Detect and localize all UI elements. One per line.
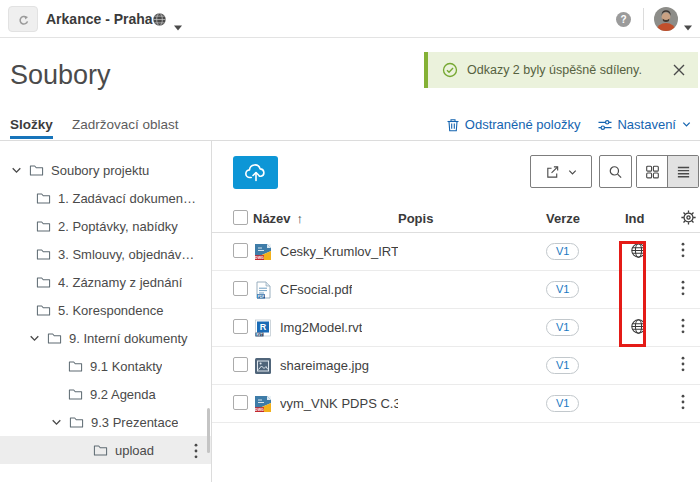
tree-item[interactable]: 1. Zadávací dokumen… [0,184,211,212]
upload-button[interactable] [233,156,278,189]
topbar-divider [643,8,644,30]
column-header-version[interactable]: Verze [546,211,625,226]
shared-globe-icon[interactable] [630,318,647,335]
folder-icon [36,275,51,290]
version-badge[interactable]: V1 [546,281,579,298]
version-badge[interactable]: V1 [546,357,579,374]
tree-expand-chevron-icon[interactable] [10,164,23,177]
tree-item-label: upload [115,443,154,458]
settings-dropdown[interactable]: Nastavení [598,117,692,132]
table-row[interactable]: RRVT Img2Model.rvt V1 [212,309,700,347]
column-settings-gear-icon[interactable] [680,209,697,226]
file-name[interactable]: shareimage.jpg [280,358,369,373]
tree-expand-chevron-icon[interactable] [28,332,41,345]
row-checkbox[interactable] [233,395,248,410]
project-caret-icon[interactable] [174,17,182,35]
file-name[interactable]: Cesky_Krumlov_IRT.... [280,244,398,259]
sort-asc-icon[interactable]: ↑ [297,211,304,226]
tree-item[interactable]: 4. Záznamy z jednání [0,268,211,296]
tree-item-label: 2. Poptávky, nabídky [58,219,178,234]
file-name[interactable]: CFsocial.pdf [280,282,352,297]
tree-item[interactable]: 9.1 Kontakty [0,352,211,380]
row-checkbox[interactable] [233,243,248,258]
tab-holding-area[interactable]: Zadržovací oblast [72,117,179,132]
user-avatar[interactable] [654,7,678,31]
toast-close-icon[interactable] [672,63,686,77]
column-header-description[interactable]: Popis [398,211,546,226]
tree-item[interactable]: 5. Korespondence [0,296,211,324]
row-menu-icon[interactable] [680,280,686,296]
table-row[interactable]: PDF CFsocial.pdf V1 [212,271,700,309]
tree-item[interactable]: Soubory projektu [0,156,211,184]
list-view-button[interactable] [668,156,698,187]
tree-item[interactable]: 9.2 Agenda [0,380,211,408]
row-checkbox[interactable] [233,281,248,296]
table-row[interactable]: DWG vym_VNK PDPS C.3 K... V1 [212,385,700,423]
success-toast: Odkazy 2 byly úspěšně sdíleny. [424,52,698,88]
deleted-items-label: Odstraněné položky [465,117,581,132]
share-button[interactable] [530,155,592,188]
row-menu-icon[interactable] [680,356,686,372]
version-badge[interactable]: V1 [546,395,579,412]
help-glyph: ? [620,14,626,25]
svg-text:RVT: RVT [256,332,262,336]
tree-item-label: 9.3 Prezentace [91,415,178,430]
row-menu-icon[interactable] [680,242,686,258]
help-button[interactable]: ? [616,12,631,27]
folder-icon [36,247,51,262]
file-name[interactable]: Img2Model.rvt [280,320,362,335]
tree-item-menu-icon[interactable] [193,443,201,458]
tree-item-label: 9.2 Agenda [90,387,156,402]
file-type-icon: DWG [253,242,273,262]
version-badge[interactable]: V1 [546,243,579,260]
folder-icon [68,359,83,374]
select-all-checkbox[interactable] [233,210,248,225]
account-caret-icon[interactable] [684,17,692,35]
version-badge[interactable]: V1 [546,319,579,336]
tree-item[interactable]: 9. Interní dokumenty [0,324,211,352]
svg-text:DWG: DWG [255,408,264,412]
tree-expand-chevron-icon[interactable] [50,416,63,429]
settings-label: Nastavení [617,117,676,132]
sidebar: Soubory projektu 1. Zadávací dokumen… 2.… [0,141,212,482]
tree-item[interactable]: 3. Smlouvy, objednáv… [0,240,211,268]
file-name[interactable]: vym_VNK PDPS C.3 K... [280,396,398,411]
row-menu-icon[interactable] [680,318,686,334]
app-logo-icon [16,12,31,27]
search-icon [608,164,623,179]
table-row[interactable]: DWG Cesky_Krumlov_IRT.... V1 [212,233,700,271]
row-checkbox[interactable] [233,319,248,334]
cloud-upload-icon [244,161,268,185]
trash-icon [446,118,460,132]
toast-message: Odkazy 2 byly úspěšně sdíleny. [467,63,672,77]
tab-folders[interactable]: Složky [10,117,53,132]
file-panel: Název↑ Popis Verze Ind DWG Cesky_Krumlov… [212,141,700,482]
sidebar-scrollbar[interactable] [207,408,210,453]
tree-item-label: Soubory projektu [51,163,149,178]
tree-item-label: 3. Smlouvy, objednáv… [58,247,194,262]
search-button[interactable] [599,155,632,188]
file-type-icon [253,356,273,376]
success-check-icon [442,62,458,78]
folder-icon [36,303,51,318]
file-type-icon: PDF [253,280,273,300]
view-toggle [636,155,699,188]
table-row[interactable]: shareimage.jpg V1 [212,347,700,385]
folder-icon [36,191,51,206]
svg-text:DWG: DWG [255,256,264,260]
app-logo-button[interactable] [8,6,38,32]
grid-view-button[interactable] [637,156,667,187]
tree-item-label: 9. Interní dokumenty [69,331,188,346]
tree-item[interactable]: upload [0,436,211,464]
row-checkbox[interactable] [233,357,248,372]
shared-globe-icon[interactable] [630,242,647,259]
tree-item[interactable]: 9.3 Prezentace [0,408,211,436]
column-header-indicators[interactable]: Ind [625,211,672,226]
tree-item-label: 9.1 Kontakty [90,359,162,374]
column-header-name[interactable]: Název↑ [253,211,398,226]
page-title: Soubory [10,60,111,91]
project-name[interactable]: Arkance - Praha [46,11,153,27]
row-menu-icon[interactable] [680,394,686,410]
tree-item[interactable]: 2. Poptávky, nabídky [0,212,211,240]
deleted-items-link[interactable]: Odstraněné položky [446,117,581,132]
